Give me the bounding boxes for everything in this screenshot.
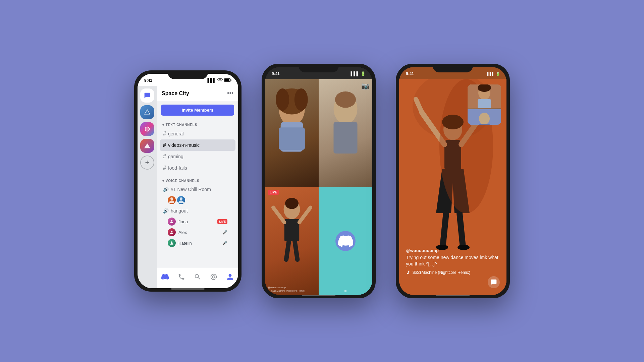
alex-avatar — [168, 228, 176, 236]
live-description-text: Trying out some new dance moves lmk what… — [406, 254, 500, 267]
svg-point-0 — [220, 81, 220, 82]
hash-icon-gaming: # — [163, 154, 166, 160]
svg-line-23 — [273, 207, 284, 222]
video-grid: 📷 — [265, 79, 372, 295]
video-username-overlay: @wussssaamp — [268, 286, 316, 289]
collapse-icon: ▾ — [162, 123, 164, 127]
hash-icon-videos: # — [163, 142, 166, 148]
video-cell-2: 📷 — [319, 79, 372, 187]
phone-3: 9:41 ▌▌▌ 🔋 — [396, 64, 510, 298]
pip-window — [468, 84, 501, 125]
voice-channels-section: ▾ VOICE CHANNELS 🔊 #1 New Chill Room — [157, 175, 238, 250]
video-overlay-text: @wussssaamp 🎵 $$$$Machine (Nightcore Rem… — [268, 286, 316, 292]
channel-name-general: general — [168, 131, 184, 136]
svg-rect-22 — [284, 219, 299, 241]
svg-rect-47 — [478, 124, 490, 125]
invite-members-button[interactable]: Invite Members — [161, 105, 234, 116]
fiona-avatar — [168, 218, 176, 226]
video-cell-indicator — [344, 290, 346, 292]
channel-name-videos: videos-n-music — [168, 142, 200, 148]
battery-icon-3: 🔋 — [496, 72, 500, 76]
server-name: Space City — [162, 90, 189, 97]
live-song-text: $$$$Machine (Nightcore Remix) — [413, 270, 470, 275]
svg-point-13 — [276, 88, 289, 111]
katelin-name: Katelin — [178, 241, 192, 246]
video-cell-4 — [319, 187, 372, 295]
nav-search[interactable] — [192, 271, 204, 283]
phone-2: 9:41 ▌▌▌ 🔋 — [262, 64, 376, 298]
svg-point-9 — [171, 231, 173, 232]
chill-room-users — [160, 195, 235, 205]
katelin-muted-icon: 🎤 — [222, 241, 227, 245]
nav-phone[interactable] — [175, 271, 187, 283]
live-username-text: @wuuuuuuump — [406, 248, 500, 253]
more-options-icon[interactable]: ••• — [227, 90, 233, 97]
chill-user-avatar-1 — [168, 196, 176, 204]
svg-point-6 — [170, 197, 173, 200]
pip-bottom-person — [468, 109, 501, 125]
nav-person[interactable] — [224, 271, 236, 283]
text-channels-header: ▾ TEXT CHANNELS — [160, 122, 235, 128]
alex-name: Alex — [178, 230, 187, 235]
server-list: + — [138, 86, 157, 288]
nav-discord[interactable] — [159, 271, 171, 283]
bottom-nav — [157, 268, 238, 288]
video-cell-3: LIVE @wussssaamp 🎵 $$$$Machine (Nightcor… — [265, 187, 319, 295]
katelin-avatar — [168, 239, 176, 247]
channel-videos-n-music[interactable]: # videos-n-music — [160, 139, 235, 151]
notch-2 — [299, 64, 339, 72]
svg-point-8 — [171, 220, 173, 222]
home-indicator-3 — [436, 295, 470, 296]
alex-muted-icon: 🎤 — [222, 230, 227, 235]
svg-point-10 — [171, 241, 173, 243]
collapse-icon-voice: ▾ — [162, 179, 164, 183]
fiona-name: fiona — [178, 219, 188, 224]
voice-channel-name-hangout: hangout — [171, 208, 188, 214]
svg-rect-16 — [279, 127, 305, 150]
channel-gaming[interactable]: # gaming — [160, 151, 235, 162]
server-icon-gradient[interactable] — [140, 122, 154, 136]
pip-top-person — [468, 84, 501, 109]
nav-mention[interactable] — [208, 271, 220, 283]
speaker-icon-chill: 🔊 — [163, 187, 169, 192]
home-indicator-2 — [302, 295, 335, 296]
channel-food-fails[interactable]: # food-fails — [160, 162, 235, 174]
live-badge-video: LIVE — [268, 190, 279, 195]
svg-line-24 — [299, 207, 310, 222]
messages-server-icon[interactable] — [140, 88, 154, 103]
text-channels-section: ▾ TEXT CHANNELS # general # videos-n-mus… — [157, 119, 238, 175]
svg-line-25 — [286, 241, 289, 259]
battery-icon — [224, 78, 231, 83]
svg-marker-5 — [144, 143, 150, 148]
voice-channel-chill[interactable]: 🔊 #1 New Chill Room — [160, 184, 235, 195]
svg-rect-44 — [478, 99, 491, 108]
channel-name-gaming: gaming — [168, 154, 183, 159]
channel-general[interactable]: # general — [160, 128, 235, 139]
channel-area: Space City ••• Invite Members ▾ TEXT CHA… — [157, 86, 238, 288]
chat-icon-button[interactable] — [488, 276, 500, 288]
time-2: 9:41 — [272, 71, 280, 76]
video-cell-1 — [265, 79, 319, 187]
status-icons-2: ▌▌▌ 🔋 — [351, 71, 366, 76]
svg-line-26 — [295, 241, 298, 259]
chill-user-avatar-2 — [177, 196, 185, 204]
phone-1: 9:41 ▌▌▌ — [134, 70, 241, 292]
svg-rect-19 — [333, 122, 357, 154]
svg-point-14 — [294, 88, 308, 111]
voice-channel-hangout[interactable]: 🔊 hangout — [160, 205, 235, 216]
server-header: Space City ••• — [157, 86, 238, 101]
server-icon-blue[interactable] — [140, 105, 154, 119]
svg-point-21 — [285, 198, 299, 209]
voice-user-alex: Alex 🎤 — [160, 227, 235, 238]
time-3: 9:41 — [406, 71, 414, 76]
hash-icon-food: # — [163, 165, 166, 171]
svg-line-36 — [443, 213, 446, 247]
battery-icon-2: 🔋 — [361, 71, 366, 76]
add-server-button[interactable]: + — [140, 156, 154, 170]
home-indicator-1 — [171, 288, 205, 290]
hash-icon-general: # — [163, 131, 166, 137]
live-song-row: $$$$Machine (Nightcore Remix) — [406, 270, 500, 275]
status-icons-3: ▌▌▌ 🔋 — [487, 72, 500, 76]
server-icon-triangle[interactable] — [140, 139, 154, 153]
svg-point-7 — [180, 197, 182, 200]
